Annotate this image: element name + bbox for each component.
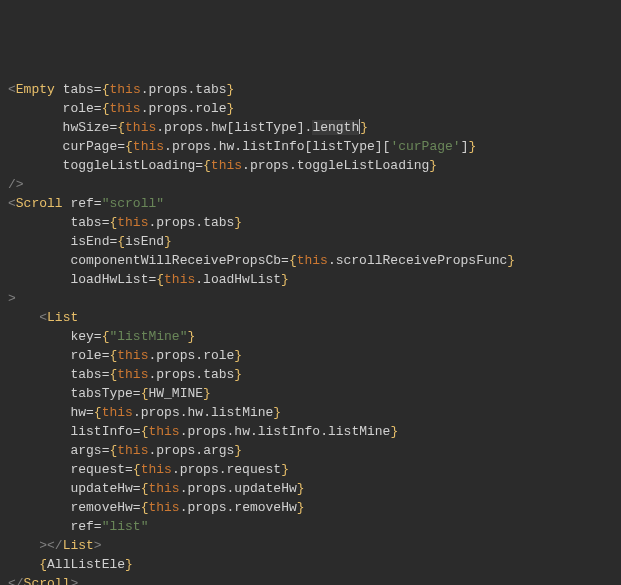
code-line[interactable]: role={this.props.role} (0, 346, 621, 365)
code-line[interactable]: <Empty tabs={this.props.tabs} (0, 80, 621, 99)
code-line[interactable]: </Scroll> (0, 574, 621, 585)
code-line[interactable]: curPage={this.props.hw.listInfo[listType… (0, 137, 621, 156)
code-line[interactable]: tabs={this.props.tabs} (0, 213, 621, 232)
code-line[interactable]: listInfo={this.props.hw.listInfo.listMin… (0, 422, 621, 441)
code-line[interactable]: ></List> (0, 536, 621, 555)
code-line[interactable]: updateHw={this.props.updateHw} (0, 479, 621, 498)
code-line[interactable]: <List (0, 308, 621, 327)
code-line[interactable]: hwSize={this.props.hw[listType].length} (0, 118, 621, 137)
code-line[interactable]: key={"listMine"} (0, 327, 621, 346)
code-line[interactable]: role={this.props.role} (0, 99, 621, 118)
code-line[interactable]: toggleListLoading={this.props.toggleList… (0, 156, 621, 175)
code-line[interactable]: request={this.props.request} (0, 460, 621, 479)
code-line[interactable]: /> (0, 175, 621, 194)
code-line[interactable]: componentWillReceivePropsCb={this.scroll… (0, 251, 621, 270)
code-line[interactable]: tabs={this.props.tabs} (0, 365, 621, 384)
code-line[interactable]: args={this.props.args} (0, 441, 621, 460)
code-line[interactable]: > (0, 289, 621, 308)
code-line[interactable]: isEnd={isEnd} (0, 232, 621, 251)
code-line[interactable]: <Scroll ref="scroll" (0, 194, 621, 213)
code-line[interactable]: hw={this.props.hw.listMine} (0, 403, 621, 422)
code-line[interactable]: loadHwList={this.loadHwList} (0, 270, 621, 289)
code-line[interactable]: tabsType={HW_MINE} (0, 384, 621, 403)
code-line[interactable]: removeHw={this.props.removeHw} (0, 498, 621, 517)
code-editor[interactable]: <Empty tabs={this.props.tabs} role={this… (0, 80, 621, 585)
code-line[interactable]: {AllListEle} (0, 555, 621, 574)
code-line[interactable]: ref="list" (0, 517, 621, 536)
